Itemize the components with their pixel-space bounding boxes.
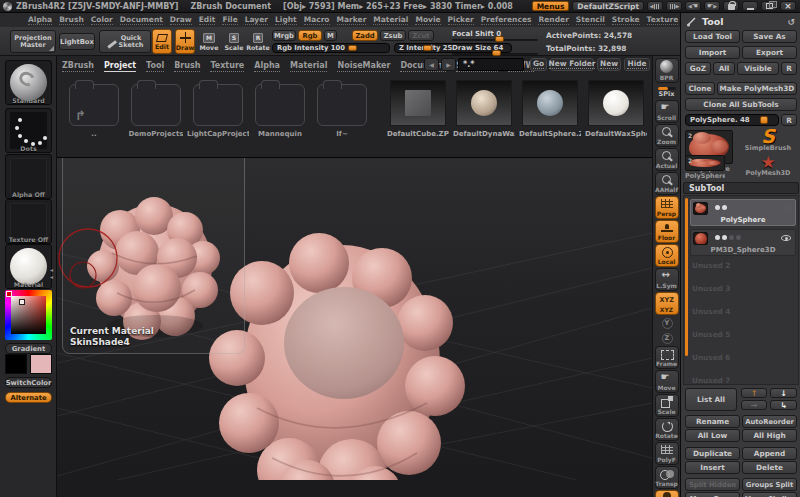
shelf-button[interactable]: PolyF bbox=[655, 442, 679, 465]
default-zscript-button[interactable]: DefaultZScript bbox=[572, 1, 644, 11]
rgb-button[interactable]: Rgb bbox=[298, 30, 322, 41]
shelf-button[interactable]: SPix bbox=[655, 84, 679, 99]
restore-button[interactable] bbox=[761, 1, 777, 11]
menus-toggle-button[interactable]: Menus bbox=[532, 1, 570, 11]
subtool-section-header[interactable]: SubTool bbox=[683, 182, 799, 194]
menu-item[interactable]: Layer bbox=[245, 15, 268, 25]
pan-right-button[interactable]: ☛▶ bbox=[704, 1, 720, 11]
lightbox-next-button[interactable]: ▶ bbox=[441, 58, 456, 71]
shelf-button[interactable]: Actual bbox=[655, 148, 679, 171]
lightbox-go-button[interactable]: Go bbox=[530, 58, 547, 71]
shelf-button[interactable]: Frame bbox=[655, 346, 679, 369]
lightbox-file[interactable]: DefaultCube.ZPR bbox=[385, 80, 451, 138]
lightbox-folder[interactable]: If~ bbox=[311, 80, 373, 138]
menu-item[interactable]: Stroke bbox=[612, 15, 640, 25]
lightbox-new-folder-button[interactable]: New Folder bbox=[550, 58, 594, 71]
color-picker[interactable] bbox=[5, 290, 52, 340]
menu-item[interactable]: Alpha bbox=[28, 15, 52, 25]
export-button[interactable]: Export bbox=[742, 46, 797, 59]
shelf-button[interactable]: XYZ bbox=[655, 292, 679, 315]
quick-sketch-button[interactable]: QuickSketch bbox=[99, 30, 151, 53]
move-down-button[interactable]: ↓ bbox=[770, 388, 797, 398]
rotate-mode-button[interactable]: R Rotate bbox=[248, 29, 268, 54]
draw-size-slider[interactable]: Draw Size 64 bbox=[452, 44, 538, 55]
shelf-button[interactable]: BPR bbox=[655, 58, 679, 83]
subtool-row[interactable]: PM3D_Sphere3D bbox=[690, 229, 796, 256]
menu-item[interactable]: Edit bbox=[199, 15, 216, 25]
lightbox-tab[interactable]: Texture bbox=[210, 61, 244, 72]
save-as-button[interactable]: Save As bbox=[742, 30, 797, 43]
clone-all-subtools-button[interactable]: Clone All SubTools bbox=[685, 98, 797, 111]
projection-master-button[interactable]: Projection Master bbox=[10, 30, 56, 53]
lightbox-file[interactable]: DefaultSphere.ZI bbox=[517, 80, 583, 138]
lightbox-tab[interactable]: ZBrush bbox=[62, 61, 94, 72]
delete-button[interactable]: Delete bbox=[742, 461, 797, 474]
mrgb-button[interactable]: Mrgb bbox=[272, 30, 296, 41]
recent-tool-polysphere[interactable]: 2 bbox=[685, 155, 725, 171]
menu-item[interactable]: Material bbox=[373, 15, 408, 25]
subtool-unused-row[interactable]: Unused 3 bbox=[692, 282, 796, 294]
load-tool-button[interactable]: Load Tool bbox=[685, 30, 740, 43]
shelf-button[interactable]: Persp bbox=[655, 196, 679, 219]
menu-item[interactable]: Document bbox=[120, 15, 163, 25]
groups-split-button[interactable]: Groups Split bbox=[742, 478, 797, 491]
subtool-unused-row[interactable]: Unused 6 bbox=[692, 351, 796, 363]
menu-item[interactable]: Stencil bbox=[576, 15, 605, 25]
append-button[interactable]: Append bbox=[742, 447, 797, 460]
shelf-button[interactable]: Floor bbox=[655, 220, 679, 243]
merge-down-button[interactable]: MergeDown bbox=[685, 492, 740, 497]
slider-handle[interactable] bbox=[760, 116, 768, 124]
menu-item[interactable]: Preferences bbox=[481, 15, 532, 25]
shelf-button[interactable]: Move bbox=[655, 370, 679, 393]
auto-reorder-button[interactable]: AutoReorder bbox=[742, 415, 797, 428]
zscript-play-button[interactable]: ▶ bbox=[666, 1, 682, 11]
lightbox-toggle-button[interactable]: LightBox bbox=[59, 33, 95, 50]
menu-item[interactable]: Macro bbox=[304, 15, 330, 25]
subtool-scrollbar[interactable] bbox=[685, 198, 688, 356]
recent-tool-simplebrush[interactable]: S SimpleBrush bbox=[739, 128, 797, 152]
lightbox-folder[interactable]: .. bbox=[63, 80, 125, 138]
goz-all-button[interactable]: All bbox=[713, 62, 735, 75]
menu-item[interactable]: Texture bbox=[647, 15, 679, 25]
slider-handle[interactable] bbox=[492, 50, 501, 56]
shelf-button[interactable]: Ghost bbox=[655, 490, 679, 497]
zsub-button[interactable]: Zsub bbox=[380, 30, 406, 41]
lightbox-folder[interactable]: LightCapProjects bbox=[187, 80, 249, 138]
list-all-button[interactable]: List All bbox=[685, 388, 737, 411]
lightbox-folder[interactable]: DemoProjects bbox=[125, 80, 187, 138]
lock-button[interactable] bbox=[723, 1, 739, 11]
slider-handle[interactable] bbox=[423, 45, 432, 51]
split-hidden-button[interactable]: Split Hidden bbox=[685, 478, 740, 491]
lightbox-hide-button[interactable]: Hide bbox=[624, 58, 650, 71]
shelf-button[interactable] bbox=[655, 331, 679, 345]
all-high-button[interactable]: All High bbox=[742, 429, 797, 442]
lightbox-tab[interactable]: Tool bbox=[146, 61, 164, 72]
goz-button[interactable]: GoZ bbox=[685, 62, 711, 75]
menu-item[interactable]: Color bbox=[91, 15, 113, 25]
import-button[interactable]: Import bbox=[685, 46, 740, 59]
insert-button[interactable]: Insert bbox=[685, 461, 740, 474]
shift-right-button[interactable]: → bbox=[741, 400, 767, 410]
saturation-square[interactable] bbox=[11, 296, 46, 334]
menu-item[interactable]: Picker bbox=[448, 15, 474, 25]
rgb-intensity-slider[interactable]: Rgb Intensity 100 bbox=[272, 43, 390, 53]
lightbox-file[interactable]: DefaultDynaWax bbox=[451, 80, 517, 138]
menu-item[interactable]: Brush bbox=[59, 15, 84, 25]
sculpt-canvas[interactable]: Current Material SkinShade4 bbox=[57, 158, 652, 480]
slider-handle[interactable] bbox=[348, 45, 357, 51]
lightbox-prev-button[interactable]: ◀ bbox=[424, 58, 439, 71]
move-up-button[interactable]: ↑ bbox=[741, 388, 767, 398]
all-low-button[interactable]: All Low bbox=[685, 429, 740, 442]
shelf-button[interactable]: AAHalf bbox=[655, 172, 679, 195]
move-mode-button[interactable]: M Move bbox=[199, 29, 219, 54]
eye-icon[interactable] bbox=[781, 205, 791, 211]
slider-handle[interactable] bbox=[495, 36, 504, 42]
move-to-bottom-button[interactable]: ↳ bbox=[770, 400, 797, 410]
m-button[interactable]: M bbox=[324, 30, 337, 41]
lightbox-tab[interactable]: Material bbox=[290, 61, 327, 72]
refresh-icon[interactable]: ↺ bbox=[787, 17, 795, 27]
shelf-button[interactable]: Zoom bbox=[655, 124, 679, 147]
focal-shift-slider[interactable]: Focal Shift 0 bbox=[452, 30, 538, 41]
menu-item[interactable]: Light bbox=[275, 15, 297, 25]
lightbox-tab[interactable]: Project bbox=[104, 61, 136, 72]
